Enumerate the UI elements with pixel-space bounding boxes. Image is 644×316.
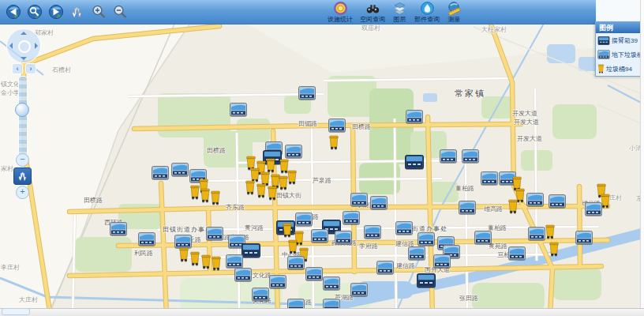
underground-bin-marker[interactable]: [174, 235, 192, 248]
underground-bin-marker[interactable]: [395, 221, 413, 235]
underground-bin-icon: [597, 50, 610, 59]
trash-bin-marker[interactable]: [282, 223, 293, 237]
trash-bin-marker[interactable]: [507, 199, 519, 213]
pan-east-icon[interactable]: [35, 43, 38, 49]
trash-bin-marker[interactable]: [211, 256, 222, 270]
globe-back-button[interactable]: [5, 3, 22, 21]
pan-south-icon[interactable]: [21, 57, 27, 60]
underground-bin-marker[interactable]: [364, 225, 381, 239]
arm-box-icon: [597, 36, 610, 45]
trash-bin-marker[interactable]: [287, 239, 298, 254]
pan-control[interactable]: [6, 28, 41, 63]
zoom-slider-track[interactable]: [18, 76, 28, 166]
toolbar-button-2[interactable]: 图层: [390, 1, 410, 24]
pan-tool-button[interactable]: [13, 167, 32, 185]
underground-bin-marker[interactable]: [234, 268, 252, 281]
underground-bin-marker[interactable]: [138, 232, 155, 246]
underground-bin-marker[interactable]: [350, 193, 368, 206]
toolbar-button-label: 测量: [448, 15, 461, 24]
trash-bin-marker[interactable]: [278, 175, 289, 190]
pan-center-icon[interactable]: [18, 40, 31, 53]
trash-bin-marker[interactable]: [189, 251, 200, 265]
arm-box-marker[interactable]: [417, 273, 436, 288]
trash-bin-marker[interactable]: [265, 158, 276, 172]
trash-bin-marker[interactable]: [178, 247, 189, 261]
underground-bin-marker[interactable]: [408, 246, 425, 260]
legend-item[interactable]: 地下垃圾桶: [596, 47, 642, 62]
underground-bin-marker[interactable]: [110, 222, 127, 235]
underground-bin-marker[interactable]: [370, 196, 388, 209]
trash-bin-marker[interactable]: [549, 242, 560, 256]
underground-bin-marker[interactable]: [549, 194, 566, 208]
legend-item[interactable]: 摆臂箱39: [596, 33, 642, 47]
underground-bin-marker[interactable]: [575, 231, 593, 244]
underground-bin-marker[interactable]: [481, 171, 498, 185]
underground-bin-marker[interactable]: [252, 288, 269, 301]
globe-search-button[interactable]: [26, 3, 43, 21]
overview-map-toggle[interactable]: [2, 308, 30, 315]
zoom-in-slider-button[interactable]: +: [16, 186, 29, 199]
underground-bin-marker[interactable]: [295, 213, 313, 226]
underground-bin-marker[interactable]: [269, 275, 286, 288]
underground-bin-marker[interactable]: [350, 283, 368, 296]
trash-bin-marker[interactable]: [245, 180, 256, 194]
arm-box-marker[interactable]: [405, 155, 424, 169]
underground-bin-marker[interactable]: [152, 166, 169, 179]
underground-bin-marker[interactable]: [323, 276, 340, 290]
zoom-out-slider-button[interactable]: −: [16, 153, 29, 167]
globe-search-icon: [27, 4, 43, 20]
trash-bin-marker[interactable]: [267, 186, 278, 200]
toolbar-button-label: 设施统计: [328, 15, 353, 24]
trash-bin-marker[interactable]: [545, 224, 556, 239]
rotate-buttons: ‹ ›: [12, 63, 36, 74]
legend-item[interactable]: 垃圾桶94: [596, 62, 642, 76]
underground-bin-marker[interactable]: [335, 231, 352, 244]
underground-bin-marker[interactable]: [440, 149, 457, 163]
trash-bin-marker[interactable]: [256, 183, 267, 198]
toolbar-button-3[interactable]: 部件查询: [412, 1, 442, 24]
underground-bin-marker[interactable]: [226, 254, 243, 268]
trash-bin-marker[interactable]: [328, 135, 339, 149]
underground-bin-marker[interactable]: [343, 211, 360, 224]
underground-bin-marker[interactable]: [433, 254, 451, 268]
underground-bin-marker[interactable]: [287, 256, 305, 269]
pan-west-icon[interactable]: [9, 43, 13, 49]
toolbar-button-0[interactable]: 设施统计: [325, 1, 355, 24]
legend-panel: 图例 摆臂箱39 地下垃圾桶 垃圾桶94: [595, 21, 643, 77]
underground-bin-marker[interactable]: [305, 267, 323, 280]
underground-bin-marker[interactable]: [298, 86, 316, 100]
underground-bin-marker[interactable]: [462, 149, 479, 163]
globe-back-icon: [6, 4, 21, 20]
underground-bin-marker[interactable]: [311, 229, 328, 243]
underground-bin-marker[interactable]: [285, 145, 302, 158]
trash-bin-marker[interactable]: [210, 190, 221, 205]
zoom-in-button[interactable]: [90, 3, 107, 21]
trash-bin-marker[interactable]: [189, 185, 200, 199]
rotate-right-button[interactable]: ›: [25, 63, 36, 74]
toolbar-button-4[interactable]: 测量: [444, 1, 464, 24]
underground-bin-marker[interactable]: [406, 110, 423, 123]
trash-bin-marker[interactable]: [200, 188, 211, 202]
underground-bin-marker[interactable]: [528, 227, 545, 240]
underground-bin-marker[interactable]: [328, 118, 346, 132]
underground-bin-marker[interactable]: [474, 231, 492, 244]
zoom-slider-handle[interactable]: [15, 103, 29, 117]
underground-bin-marker[interactable]: [459, 201, 476, 214]
underground-bin-marker[interactable]: [508, 246, 526, 260]
toolbar-button-1[interactable]: 空间查询: [358, 1, 388, 24]
globe-forward-button[interactable]: [47, 3, 65, 21]
underground-bin-marker[interactable]: [417, 232, 435, 246]
underground-bin-marker[interactable]: [585, 202, 602, 216]
zoom-out-button[interactable]: [111, 3, 129, 21]
underground-bin-marker[interactable]: [376, 261, 394, 274]
underground-bin-marker[interactable]: [171, 163, 189, 176]
pan-north-icon[interactable]: [21, 32, 27, 35]
rotate-left-button[interactable]: ‹: [12, 63, 23, 74]
toolbar-button-label: 空间查询: [360, 15, 385, 24]
underground-bin-marker[interactable]: [526, 193, 544, 206]
underground-bin-marker[interactable]: [206, 227, 223, 240]
underground-bin-marker[interactable]: [230, 103, 247, 116]
arm-box-marker[interactable]: [242, 243, 260, 258]
pan-hand-button[interactable]: [69, 3, 86, 21]
trash-bin-marker[interactable]: [200, 254, 212, 269]
